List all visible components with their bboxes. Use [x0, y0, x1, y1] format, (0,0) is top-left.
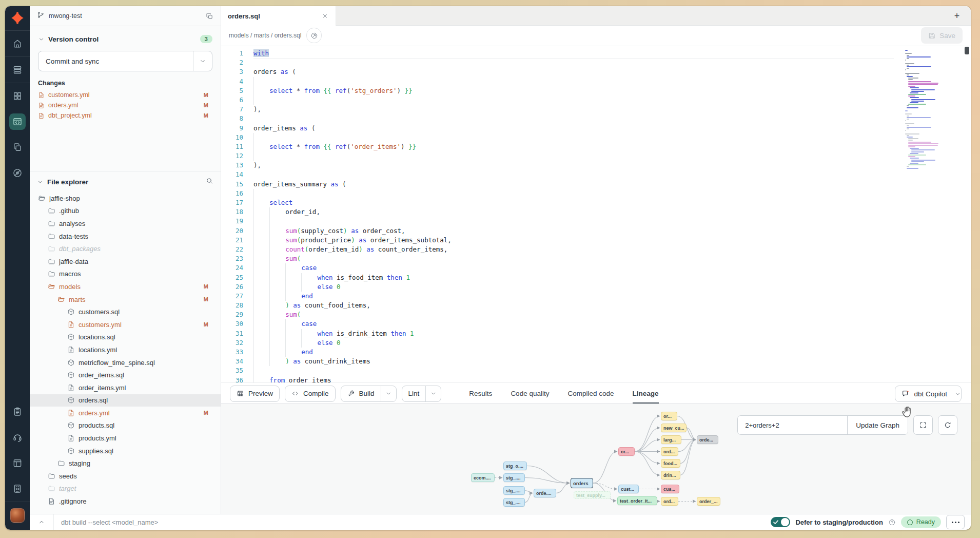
lineage-node-stg1[interactable]: stg_o.... — [503, 462, 527, 470]
tree-item--github[interactable]: .github — [30, 205, 221, 218]
branch-header[interactable]: mwong-test — [30, 6, 221, 26]
lineage-node-stg2[interactable]: stg_.... — [503, 473, 525, 482]
tree-item-order-items-yml[interactable]: order_items.yml — [30, 381, 221, 394]
sidebar-item-support[interactable] — [5, 425, 30, 450]
defer-toggle[interactable] — [771, 517, 790, 527]
tree-item-products-yml[interactable]: products.yml — [30, 432, 221, 445]
command-input[interactable]: dbt build --select <model_name> — [61, 518, 771, 526]
minimap[interactable] — [905, 50, 946, 171]
help-icon[interactable] — [888, 518, 896, 526]
copy-icon[interactable] — [206, 12, 213, 20]
build-button[interactable]: Build — [341, 386, 397, 402]
tree-item-locations-sql[interactable]: locations.sql — [30, 331, 221, 344]
tree-item-jaffle-shop[interactable]: jaffle-shop — [30, 192, 221, 205]
tree-item-supplies-sql[interactable]: supplies.sql — [30, 445, 221, 457]
tree-item-orders-sql[interactable]: orders.sql — [30, 394, 221, 407]
sidebar-item-dashboard[interactable] — [5, 83, 30, 109]
save-button[interactable]: Save — [921, 27, 963, 44]
version-control-header[interactable]: Version control 3 — [38, 31, 212, 47]
preview-button[interactable]: Preview — [230, 386, 280, 402]
code-editor[interactable]: 1234567891011121314151617181920212223242… — [221, 46, 971, 382]
tree-item-locations-yml[interactable]: locations.yml — [30, 343, 221, 356]
sidebar-item-code-editor[interactable] — [5, 109, 30, 134]
file-explorer-header[interactable]: File explorer — [30, 171, 221, 192]
tree-item-staging[interactable]: staging — [30, 457, 221, 470]
lineage-node-y_order[interactable]: order_... — [697, 497, 720, 506]
refresh-icon[interactable] — [938, 415, 957, 435]
fullscreen-icon[interactable] — [913, 415, 933, 435]
sidebar-item-home[interactable] — [5, 30, 30, 56]
lineage-filter-input[interactable] — [738, 416, 847, 434]
tree-item-orders-yml[interactable]: orders.ymlM — [30, 407, 221, 419]
tree-item-customers-yml[interactable]: customers.ymlM — [30, 318, 221, 331]
lineage-node-cust[interactable]: cust... — [618, 485, 639, 493]
tab-compiled-code[interactable]: Compiled code — [567, 383, 614, 404]
lineage-node-ecom[interactable]: ecom.... — [471, 473, 495, 482]
dbt-logo[interactable] — [5, 6, 30, 30]
lineage-node-orders[interactable]: orders — [571, 478, 593, 488]
lineage-node-stg4[interactable]: stg_.... — [503, 498, 525, 507]
tree-item-customers-sql[interactable]: customers.sql — [30, 305, 221, 318]
lineage-node-stg3[interactable]: stg_.... — [503, 486, 525, 495]
commit-and-sync-button[interactable]: Commit and sync — [38, 51, 212, 71]
lineage-node-y_food[interactable]: food... — [661, 459, 680, 468]
changed-file[interactable]: dbt_project.ymlM — [38, 110, 212, 121]
tree-item--gitignore[interactable]: .gitignore — [30, 495, 221, 508]
breadcrumb-action-icon[interactable] — [306, 28, 322, 43]
chevron-down-icon[interactable] — [37, 179, 44, 185]
changed-file[interactable]: customers.ymlM — [38, 90, 212, 100]
tab-orders-sql[interactable]: orders.sql — [221, 6, 336, 26]
dbt-copilot-button[interactable]: dbt Copilot — [895, 386, 962, 402]
compile-button[interactable]: Compile — [285, 386, 336, 402]
lineage-node-y_or[interactable]: or... — [661, 412, 677, 420]
tree-item-analyses[interactable]: analyses — [30, 217, 221, 230]
tree-item-seeds[interactable]: seeds — [30, 470, 221, 483]
lineage-node-cuspink[interactable]: cus... — [661, 485, 679, 493]
update-graph-button[interactable]: Update Graph — [847, 416, 908, 434]
tree-item-models[interactable]: modelsM — [30, 280, 221, 293]
branch-name[interactable]: mwong-test — [49, 12, 206, 20]
close-icon[interactable] — [322, 13, 328, 20]
sidebar-item-orchestration[interactable] — [5, 134, 30, 160]
lineage-node-ghost[interactable]: test_supply... — [574, 491, 611, 499]
lineage-node-y_ord1[interactable]: ord... — [661, 447, 678, 456]
tree-item-marts[interactable]: martsM — [30, 293, 221, 306]
tab-code-quality[interactable]: Code quality — [511, 383, 549, 404]
tree-item-metricflow-time-spine-sql[interactable]: metricflow_time_spine.sql — [30, 356, 221, 369]
lineage-node-y_new[interactable]: new_cu... — [661, 424, 687, 432]
lineage-node-orde1[interactable]: orde.... — [534, 489, 556, 497]
tree-item-data-tests[interactable]: data-tests — [30, 230, 221, 243]
search-icon[interactable] — [206, 177, 213, 186]
chevron-up-icon[interactable] — [30, 514, 54, 530]
tree-item-target[interactable]: target — [30, 483, 221, 495]
tree-item-dbt-packages[interactable]: dbt_packages — [30, 242, 221, 255]
breadcrumb[interactable]: models / marts / orders.sql — [229, 32, 301, 39]
user-avatar[interactable] — [10, 508, 25, 523]
new-tab-button[interactable]: + — [950, 9, 964, 23]
changed-file[interactable]: orders.ymlM — [38, 100, 212, 110]
sidebar-item-explore[interactable] — [5, 160, 30, 186]
lineage-panel[interactable]: ecom....stg_o....stg_....stg_....stg_...… — [221, 404, 971, 514]
tab-results[interactable]: Results — [469, 383, 492, 404]
lineage-node-orpink[interactable]: or... — [618, 447, 635, 456]
lineage-node-testoi[interactable]: test_order_it... — [617, 496, 657, 505]
lint-button[interactable]: Lint — [402, 386, 442, 402]
commit-options-dropdown[interactable] — [193, 51, 212, 71]
sidebar-item-clipboard[interactable] — [5, 399, 30, 425]
sidebar-item-organization[interactable] — [5, 476, 30, 502]
sidebar-item-docs[interactable] — [5, 450, 30, 476]
tree-item-products-sql[interactable]: products.sql — [30, 419, 221, 432]
lineage-node-y_drin[interactable]: drin... — [661, 471, 680, 479]
scrollbar[interactable] — [965, 47, 969, 54]
lineage-node-gray[interactable]: orde... — [697, 435, 718, 444]
more-options-button[interactable] — [946, 515, 965, 529]
tree-item-order-items-sql[interactable]: order_items.sql — [30, 369, 221, 381]
lineage-node-y_larg[interactable]: larg... — [661, 435, 681, 444]
sidebar-item-warehouse[interactable] — [5, 56, 30, 83]
chevron-down-icon[interactable] — [381, 386, 396, 401]
chevron-down-icon[interactable] — [38, 36, 45, 43]
tree-item-jaffle-data[interactable]: jaffle-data — [30, 255, 221, 268]
tab-lineage[interactable]: Lineage — [633, 383, 659, 404]
tree-item-macros[interactable]: macros — [30, 268, 221, 281]
chevron-down-icon[interactable] — [425, 386, 441, 401]
